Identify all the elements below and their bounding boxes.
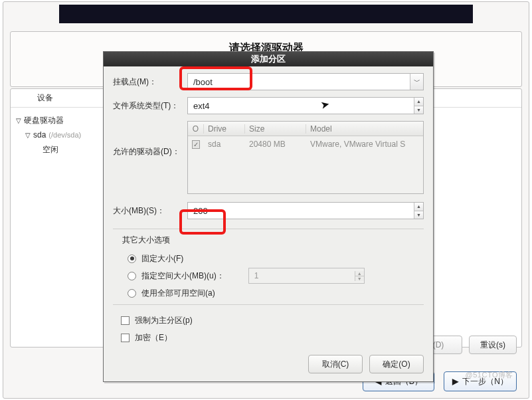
radio-upto-label: 指定空间大小(MB)(u)： bbox=[141, 270, 224, 282]
combo-spinner-icon[interactable]: ▲▼ bbox=[414, 98, 423, 114]
allowed-drives-label: 允许的驱动器(D)： bbox=[113, 121, 187, 157]
size-input[interactable] bbox=[188, 203, 414, 219]
drive-checkbox[interactable]: ✓ bbox=[192, 140, 200, 149]
cell-size: 20480 MB bbox=[245, 140, 306, 149]
tree-child-hint: (/dev/sda) bbox=[48, 131, 81, 139]
size-row: 大小(MB)(S)： ▲▼ bbox=[113, 202, 424, 219]
tree-leaf-label: 空闲 bbox=[43, 144, 58, 155]
cell-model: VMware, VMware Virtual S bbox=[306, 140, 423, 149]
device-header-label: 设备 bbox=[11, 92, 80, 104]
chevron-down-icon[interactable]: ﹀ bbox=[410, 74, 423, 90]
separator bbox=[113, 304, 424, 305]
mount-point-input[interactable] bbox=[188, 74, 410, 90]
mount-point-row: 挂载点(M)： ﹀ bbox=[113, 73, 424, 90]
dialog-title: 添加分区 bbox=[251, 53, 286, 65]
fs-type-label: 文件系统类型(T)： bbox=[113, 100, 187, 112]
check-encrypt[interactable] bbox=[121, 334, 130, 342]
check-encrypt-label: 加密（E） bbox=[135, 332, 172, 344]
cell-drive: sda bbox=[204, 140, 245, 149]
radio-upto[interactable] bbox=[128, 272, 136, 280]
fs-type-input[interactable] bbox=[188, 98, 414, 114]
reset-button[interactable]: 重设(s) bbox=[469, 336, 517, 354]
separator bbox=[113, 229, 424, 229]
spinner-icon: ▲▼ bbox=[355, 271, 364, 281]
col-check: O bbox=[188, 124, 204, 134]
tree-expander-icon[interactable]: ▽ bbox=[16, 117, 24, 124]
radio-fixed[interactable] bbox=[128, 254, 136, 263]
dialog-titlebar[interactable]: 添加分区 bbox=[104, 52, 433, 66]
ok-button[interactable]: 确定(O) bbox=[369, 355, 424, 373]
radio-fixed-label: 固定大小(F) bbox=[141, 253, 183, 264]
titlebar-grip-icon bbox=[425, 54, 429, 64]
add-partition-dialog: 添加分区 挂载点(M)： ﹀ 文件系统类型(T)： ▲▼ 允许的驱动器(D)： … bbox=[103, 51, 434, 382]
col-model: Model bbox=[306, 124, 423, 134]
check-primary-label: 强制为主分区(p) bbox=[135, 315, 193, 326]
titlebar-grip-icon bbox=[108, 54, 112, 64]
check-encrypt-row[interactable]: 加密（E） bbox=[121, 329, 424, 346]
table-row[interactable]: ✓ sda 20480 MB VMware, VMware Virtual S bbox=[188, 136, 423, 152]
next-button[interactable]: ▶ 下一步（N） bbox=[444, 371, 517, 391]
radio-fill-label: 使用全部可用空间(a) bbox=[141, 288, 215, 299]
mount-point-label: 挂载点(M)： bbox=[113, 76, 187, 88]
arrow-right-icon: ▶ bbox=[452, 377, 458, 386]
dialog-buttons: 取消(C) 确定(O) bbox=[104, 348, 433, 381]
cancel-button[interactable]: 取消(C) bbox=[308, 355, 363, 373]
allowed-drives-row: 允许的驱动器(D)： O Drive Size Model ✓ sda 2048… bbox=[113, 121, 424, 194]
col-size: Size bbox=[245, 124, 306, 134]
size-spinner[interactable]: ▲▼ bbox=[187, 202, 424, 219]
check-primary[interactable] bbox=[121, 316, 130, 325]
fs-type-combo[interactable]: ▲▼ bbox=[187, 97, 424, 114]
radio-fill-row[interactable]: 使用全部可用空间(a) bbox=[128, 284, 424, 302]
radio-upto-row[interactable]: 指定空间大小(MB)(u)： 1 ▲▼ bbox=[128, 267, 424, 284]
radio-fixed-row[interactable]: 固定大小(F) bbox=[128, 250, 424, 267]
fs-type-row: 文件系统类型(T)： ▲▼ bbox=[113, 97, 424, 114]
tree-root-label: 硬盘驱动器 bbox=[24, 115, 64, 126]
spinner-icon[interactable]: ▲▼ bbox=[414, 203, 423, 219]
tree-child-label: sda bbox=[33, 130, 46, 140]
upto-spinner: 1 ▲▼ bbox=[248, 268, 365, 284]
extra-check-group: 强制为主分区(p) 加密（E） bbox=[116, 312, 424, 346]
next-button-label: 下一步（N） bbox=[462, 376, 508, 387]
table-header: O Drive Size Model bbox=[188, 122, 423, 136]
upto-value: 1 bbox=[249, 271, 355, 280]
radio-fill[interactable] bbox=[128, 289, 136, 298]
col-drive: Drive bbox=[204, 124, 245, 134]
dialog-body: 挂载点(M)： ﹀ 文件系统类型(T)： ▲▼ 允许的驱动器(D)： O Dri… bbox=[104, 66, 433, 348]
allowed-drives-table[interactable]: O Drive Size Model ✓ sda 20480 MB VMware… bbox=[187, 121, 424, 194]
extra-size-title: 其它大小选项 bbox=[122, 235, 424, 246]
brand-bar bbox=[59, 5, 473, 23]
size-label: 大小(MB)(S)： bbox=[113, 205, 187, 217]
mount-point-combo[interactable]: ﹀ bbox=[187, 73, 424, 90]
check-primary-row[interactable]: 强制为主分区(p) bbox=[121, 312, 424, 329]
tree-expander-icon[interactable]: ▽ bbox=[25, 132, 33, 139]
extra-size-options: 其它大小选项 固定大小(F) 指定空间大小(MB)(u)： 1 ▲▼ 使用全部可… bbox=[122, 235, 424, 302]
